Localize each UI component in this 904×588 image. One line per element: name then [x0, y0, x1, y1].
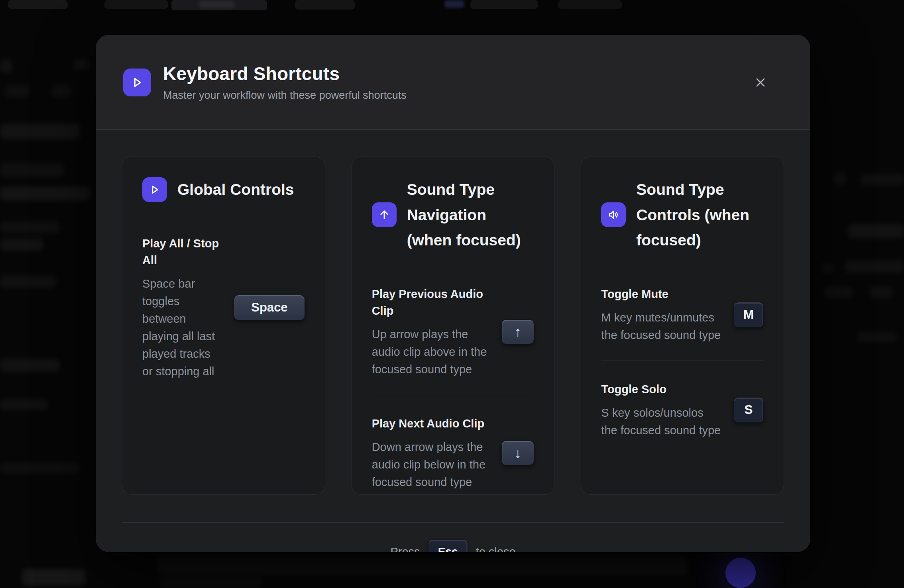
shortcut-list: Play All / Stop All Space bar toggles be… — [142, 235, 305, 380]
shortcut-name: Toggle Solo — [601, 381, 721, 398]
page-subtitle: Master your workflow with these powerful… — [163, 89, 737, 102]
card-title: Global Controls — [177, 177, 294, 202]
shortcut-list: Play Previous Audio Clip Up arrow plays … — [372, 286, 535, 491]
background-list-item — [0, 186, 91, 201]
modal-titles: Keyboard Shortcuts Master your workflow … — [163, 63, 737, 102]
shortcut-name: Play Previous Audio Clip — [372, 286, 490, 319]
divider — [122, 522, 784, 523]
background-panel-item — [860, 174, 904, 186]
background-list-item — [0, 238, 44, 251]
shortcut-name: Play Next Audio Clip — [372, 415, 490, 432]
shortcut-description: Up arrow plays the audio clip above in t… — [372, 325, 490, 378]
divider — [601, 361, 764, 361]
background-panel-item — [845, 260, 904, 273]
shortcut-row-toggle-solo: Toggle Solo S key solos/unsolos the focu… — [601, 381, 764, 439]
background-toolbar-item — [444, 0, 464, 8]
shortcut-cards: Global Controls Play All / Stop All Spac… — [122, 157, 784, 495]
card-title: Sound Type Navigation (when focused) — [407, 177, 535, 253]
background-toolbar-item — [8, 0, 68, 9]
card-header: Sound Type Controls (when focused) — [601, 177, 764, 253]
card-title: Sound Type Controls (when focused) — [636, 177, 764, 253]
shortcut-row-toggle-mute: Toggle Mute M key mutes/unmutes the focu… — [601, 286, 764, 344]
background-panel-item — [833, 172, 847, 186]
shortcut-info: Play All / Stop All Space bar toggles be… — [142, 235, 222, 380]
shortcut-row-play-all: Play All / Stop All Space bar toggles be… — [142, 235, 305, 380]
background-list-item — [0, 398, 48, 410]
shortcut-info: Toggle Solo S key solos/unsolos the focu… — [601, 381, 721, 439]
background-list-item — [51, 84, 71, 98]
key-s: S — [733, 397, 764, 423]
background-panel-item — [857, 331, 897, 343]
background-bottom-text — [157, 557, 688, 575]
shortcut-name: Play All / Stop All — [142, 235, 222, 269]
shortcut-description: Down arrow plays the audio clip below in… — [372, 438, 490, 491]
page-title: Keyboard Shortcuts — [163, 63, 737, 84]
shortcut-description: Space bar toggles between playing all la… — [142, 275, 222, 380]
background-list-item — [0, 163, 64, 178]
modal-header: Keyboard Shortcuts Master your workflow … — [96, 35, 810, 130]
background-list-item — [5, 84, 29, 98]
shortcut-row-play-next: Play Next Audio Clip Down arrow plays th… — [372, 415, 535, 491]
close-button[interactable] — [749, 71, 772, 94]
keyboard-shortcuts-modal: Keyboard Shortcuts Master your workflow … — [96, 35, 810, 552]
speaker-icon — [601, 202, 626, 227]
key-esc: Esc — [428, 539, 468, 552]
background-list-item — [0, 462, 80, 474]
footer-hint-prefix: Press — [390, 545, 420, 553]
background-fab-button — [725, 558, 756, 588]
shortcut-info: Toggle Mute M key mutes/unmutes the focu… — [601, 286, 721, 344]
background-panel-item — [848, 224, 904, 238]
card-sound-type-navigation: Sound Type Navigation (when focused) Pla… — [352, 157, 555, 495]
background-panel-item — [824, 286, 852, 299]
background-toolbar-item — [104, 0, 168, 9]
play-icon — [123, 69, 151, 96]
modal-body: Global Controls Play All / Stop All Spac… — [96, 130, 810, 552]
key-arrow-up: ↑ — [501, 319, 534, 344]
background-panel-item — [822, 262, 834, 274]
background-bottom-text — [22, 569, 86, 586]
card-header: Sound Type Navigation (when focused) — [372, 177, 535, 253]
shortcut-name: Toggle Mute — [601, 286, 721, 302]
key-space: Space — [234, 295, 305, 320]
background-list-item — [0, 123, 80, 139]
divider — [372, 395, 535, 395]
background-list-item — [0, 275, 56, 288]
background-panel-item — [869, 286, 893, 299]
close-icon — [753, 75, 768, 90]
shortcut-row-play-previous: Play Previous Audio Clip Up arrow plays … — [372, 286, 535, 378]
app-background: Keyboard Shortcuts Master your workflow … — [0, 0, 904, 588]
shortcut-info: Play Previous Audio Clip Up arrow plays … — [372, 286, 490, 378]
background-toolbar-item — [558, 0, 622, 9]
background-list-item — [0, 359, 60, 372]
background-toolbar-item — [295, 0, 355, 10]
background-list-item — [0, 221, 60, 234]
footer-hint: Press Esc to close — [122, 539, 784, 552]
shortcut-info: Play Next Audio Clip Down arrow plays th… — [372, 415, 490, 491]
background-list-item — [74, 59, 89, 70]
card-sound-type-controls: Sound Type Controls (when focused) Toggl… — [581, 157, 784, 495]
background-list-item — [0, 59, 12, 73]
shortcut-list: Toggle Mute M key mutes/unmutes the focu… — [601, 286, 764, 439]
background-toolbar-item — [171, 0, 267, 10]
footer-hint-suffix: to close — [476, 545, 516, 553]
key-m: M — [733, 302, 764, 327]
play-icon — [142, 177, 167, 202]
key-arrow-down: ↓ — [501, 441, 534, 465]
shortcut-description: S key solos/unsolos the focused sound ty… — [601, 404, 721, 439]
background-toolbar-item — [470, 0, 538, 9]
arrow-up-icon — [372, 202, 397, 227]
shortcut-description: M key mutes/unmutes the focused sound ty… — [601, 309, 721, 344]
background-toolbar-item — [198, 1, 234, 8]
card-header: Global Controls — [142, 177, 305, 202]
card-global-controls: Global Controls Play All / Stop All Spac… — [122, 157, 325, 495]
background-bottom-text — [159, 577, 263, 587]
